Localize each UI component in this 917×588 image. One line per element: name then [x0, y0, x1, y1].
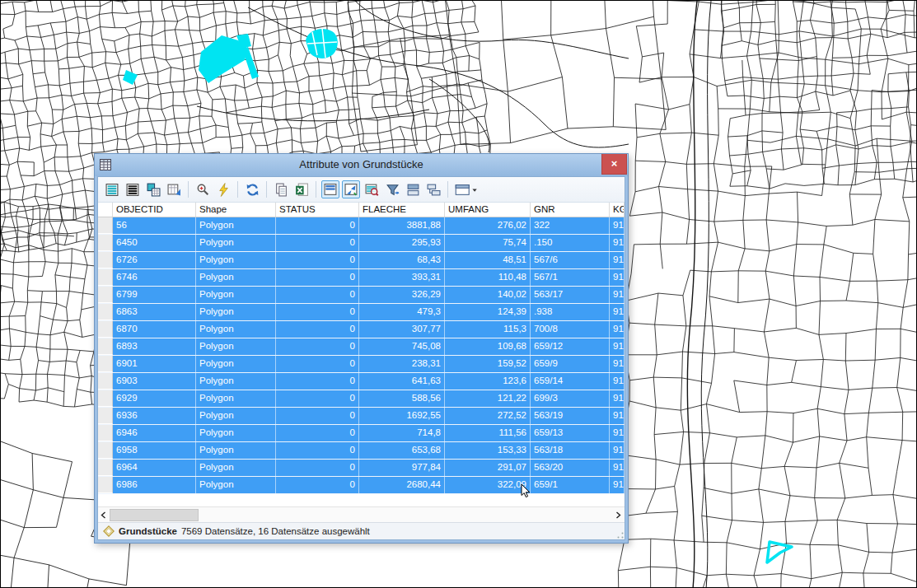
refresh-button[interactable] — [243, 180, 261, 198]
table-row[interactable]: 6929Polygon0588,56121,22699/3911 — [98, 390, 625, 408]
row-selector[interactable] — [98, 408, 113, 424]
show-all-records-icon — [126, 183, 140, 197]
row-selector[interactable] — [98, 217, 113, 234]
table-row[interactable]: 6799Polygon0326,29140,02563/17911 — [98, 287, 625, 304]
cell: 6903 — [113, 373, 196, 390]
table-row[interactable]: 6903Polygon0641,63123,6659/14911 — [98, 373, 625, 390]
table-row[interactable]: 6870Polygon0307,77115,3700/8911 — [98, 321, 625, 338]
cell: 0 — [276, 287, 359, 303]
column-header-shape[interactable]: Shape — [196, 203, 276, 217]
cell: 563/19 — [531, 408, 610, 424]
zoom-to-selected-toggle-button[interactable] — [342, 180, 360, 198]
column-header-gnr[interactable]: GNR — [531, 203, 610, 217]
selected-view-toggle-icon — [324, 183, 338, 197]
cell: 111,56 — [445, 425, 531, 441]
row-selector[interactable] — [98, 425, 113, 441]
table-row[interactable]: 6958Polygon0653,68153,33563/18911 — [98, 442, 625, 460]
switch-selection-button[interactable] — [144, 180, 162, 198]
summarize-icon — [406, 183, 420, 197]
flash-button[interactable] — [214, 180, 232, 198]
toolbar-separator — [266, 181, 267, 198]
row-selector[interactable] — [98, 304, 113, 320]
column-header-status[interactable]: STATUS — [276, 203, 359, 217]
show-selected-records-button[interactable] — [103, 180, 121, 198]
table-row[interactable]: 6936Polygon01692,55272,52563/19911 — [98, 408, 625, 425]
column-header-umfang[interactable]: UMFANG — [445, 203, 531, 217]
scrollbar-thumb[interactable] — [110, 509, 199, 521]
cell: 6870 — [113, 321, 196, 338]
chevron-left-icon — [101, 511, 106, 519]
scroll-right-arrow[interactable] — [613, 507, 623, 522]
find-in-table-button[interactable] — [363, 180, 381, 198]
table-row[interactable]: 6946Polygon0714,8111,56659/13911 — [98, 425, 625, 442]
row-selector[interactable] — [98, 460, 113, 476]
row-selector[interactable] — [98, 373, 113, 390]
cell: 659/9 — [531, 356, 610, 372]
cell: 911 — [610, 217, 625, 234]
table-row[interactable]: 6964Polygon0977,84291,07563/20911 — [98, 460, 625, 477]
row-selector[interactable] — [98, 235, 113, 251]
export-excel-button[interactable] — [292, 180, 311, 198]
horizontal-scrollbar[interactable] — [98, 506, 625, 522]
cell: Polygon — [196, 408, 276, 424]
table-row[interactable]: 6986Polygon02680,44322,09659/1911 — [98, 477, 625, 494]
cell: 68,43 — [359, 252, 445, 268]
stack-tables-button[interactable] — [424, 180, 442, 198]
table-row[interactable]: 6863Polygon0479,3124,39.938911 — [98, 304, 625, 321]
resize-grip[interactable] — [617, 532, 624, 539]
summarize-button[interactable] — [404, 180, 422, 198]
scroll-left-arrow[interactable] — [98, 507, 108, 522]
cell: 6936 — [113, 408, 196, 424]
column-header-objectid[interactable]: OBJECTID — [113, 203, 196, 217]
cell: 291,07 — [445, 460, 531, 476]
table-row[interactable]: 6726Polygon068,4348,51567/6911 — [98, 252, 625, 269]
grid-rows: 56Polygon03881,88276,023229116450Polygon… — [98, 217, 625, 494]
row-selector[interactable] — [98, 390, 113, 407]
row-selector[interactable] — [98, 477, 113, 493]
cell: Polygon — [196, 425, 276, 441]
row-selector[interactable] — [98, 269, 113, 286]
selected-view-toggle-button[interactable] — [321, 180, 339, 198]
row-selector[interactable] — [98, 252, 113, 268]
cell: 393,31 — [359, 269, 445, 286]
table-row[interactable]: 6901Polygon0238,31159,52659/9911 — [98, 356, 625, 373]
close-button[interactable]: × — [601, 154, 627, 175]
cell: 659/1 — [531, 477, 610, 493]
cell: 121,22 — [445, 390, 531, 407]
show-all-records-button[interactable] — [124, 180, 142, 198]
table-row[interactable]: 6893Polygon0745,08109,68659/12911 — [98, 338, 625, 356]
cell: 700/8 — [531, 321, 610, 338]
cell: 0 — [276, 338, 359, 355]
column-header-kgn[interactable]: KGN — [610, 203, 625, 217]
related-tables-button[interactable] — [165, 180, 183, 198]
zoom-button[interactable] — [194, 180, 212, 198]
table-row[interactable]: 6450Polygon0295,9375,74.150911 — [98, 235, 625, 252]
table-row[interactable]: 6746Polygon0393,31110,48567/1911 — [98, 269, 625, 287]
row-selector[interactable] — [98, 287, 113, 303]
window-titlebar[interactable]: Attribute von Grundstücke × — [95, 154, 628, 176]
find-in-table-icon — [365, 183, 379, 197]
row-selector[interactable] — [98, 338, 113, 355]
flash-lightning-icon — [217, 183, 231, 197]
filter-button[interactable] — [383, 180, 401, 198]
row-selector[interactable] — [98, 442, 113, 459]
panel-menu-button[interactable] — [453, 180, 480, 198]
cell: 911 — [610, 356, 625, 372]
row-selector[interactable] — [98, 356, 113, 372]
table-row[interactable]: 56Polygon03881,88276,02322911 — [98, 217, 625, 235]
cell: Polygon — [196, 304, 276, 320]
switch-selection-icon — [147, 183, 161, 197]
cell: 699/3 — [531, 390, 610, 407]
cell: 659/13 — [531, 425, 610, 441]
copy-button[interactable] — [272, 180, 290, 198]
cell: 115,3 — [445, 321, 531, 338]
row-selector[interactable] — [98, 321, 113, 338]
cell: 0 — [276, 356, 359, 372]
cell: 6746 — [113, 269, 196, 286]
cell: 326,29 — [359, 287, 445, 303]
column-header-flaeche[interactable]: FLAECHE — [359, 203, 445, 217]
cell: 0 — [276, 235, 359, 251]
map-view[interactable]: Attribute von Grundstücke × — [0, 0, 917, 588]
cell: 153,33 — [445, 442, 531, 459]
cell: 0 — [276, 425, 359, 441]
